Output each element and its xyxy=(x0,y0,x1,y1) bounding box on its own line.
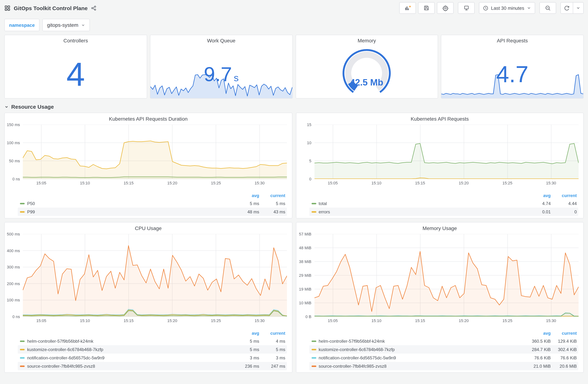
panel-title[interactable]: Controllers xyxy=(5,35,147,43)
series-avg: 5 ms xyxy=(233,347,259,352)
series-current: 129.4 KiB xyxy=(551,339,577,344)
refresh-button[interactable] xyxy=(561,2,573,13)
series-name: source-controller-7fb84fc985-zvsz8 xyxy=(27,363,95,369)
y-axis-tick: 150 ms xyxy=(7,123,23,127)
series-name: P99 xyxy=(27,209,35,214)
legend-series-toggle[interactable]: P99 xyxy=(20,209,233,214)
chart-area: 0 ns50 ms100 ms150 ms15:0515:1015:1515:2… xyxy=(23,125,287,187)
legend-series-toggle[interactable]: notification-controller-6d56575dc-5w9n9 xyxy=(20,355,233,360)
legend-series-toggle[interactable]: source-controller-7fb84fc985-zvsz8 xyxy=(311,363,525,369)
x-axis-tick: 15:20 xyxy=(164,181,180,185)
panel-title[interactable]: CPU Usage xyxy=(5,222,292,231)
legend-row: source-controller-7fb84fc985-zvsz821.0 M… xyxy=(309,362,578,370)
x-axis-tick: 15:15 xyxy=(121,181,137,185)
series-color-swatch xyxy=(20,349,25,350)
y-axis-tick: 0 xyxy=(309,177,314,181)
chart-area: 0 ns100 ms200 ms300 ms400 ms500 ms15:051… xyxy=(23,234,287,325)
y-axis-tick: 19 MiB xyxy=(299,287,315,291)
panel-memory-usage: Memory Usage 0 B10 MiB19 MiB29 MiB38 MiB… xyxy=(296,222,584,373)
panel-k8s-api-requests-duration: Kubernetes API Requests Duration 0 ns50 … xyxy=(4,113,292,218)
save-dashboard-button[interactable] xyxy=(418,2,435,14)
series-name: helm-controller-57f9b56bbf-k24mk xyxy=(27,339,93,344)
legend-series-toggle[interactable]: total xyxy=(311,201,525,206)
panel-title[interactable]: Memory Usage xyxy=(296,222,583,231)
legend-row: helm-controller-57f9b56bbf-k24mk360.5 Ki… xyxy=(309,337,578,345)
legend-series-toggle[interactable]: kustomize-controller-6c6784b468-7kzfp xyxy=(20,347,233,352)
legend-row: P9948 ms43 ms xyxy=(18,208,287,216)
legend-series-toggle[interactable]: errors xyxy=(311,209,525,214)
panel-title[interactable]: Kubernetes API Requests Duration xyxy=(5,113,292,122)
add-panel-button[interactable] xyxy=(399,2,416,14)
series-avg: 3 ms xyxy=(233,355,259,360)
dashboard-grid-icon[interactable] xyxy=(4,5,11,11)
cycle-view-button[interactable] xyxy=(458,2,475,14)
x-axis-tick: 15:30 xyxy=(543,181,559,185)
y-axis-tick: 10 xyxy=(307,141,315,145)
legend-series-toggle[interactable]: helm-controller-57f9b56bbf-k24mk xyxy=(311,339,525,344)
legend-column-current[interactable]: current xyxy=(551,193,577,198)
legend-series-toggle[interactable]: P50 xyxy=(20,201,233,206)
y-axis-tick: 200 ms xyxy=(7,281,23,286)
series-current: 302.4 KiB xyxy=(551,347,577,352)
x-axis-tick: 15:05 xyxy=(33,181,49,185)
dashboard-settings-button[interactable] xyxy=(437,2,454,14)
legend-series-toggle[interactable]: notification-controller-6d56575dc-5w9n9 xyxy=(311,355,525,360)
clock-icon xyxy=(483,5,488,11)
zoom-out-button[interactable] xyxy=(539,2,556,14)
work-queue-value: 9.7s xyxy=(150,64,292,85)
legend-column-current[interactable]: current xyxy=(259,331,285,336)
legend-series-toggle[interactable]: source-controller-7fb84fc985-zvsz8 xyxy=(20,363,233,369)
x-axis-tick: 15:20 xyxy=(456,319,472,323)
share-icon[interactable] xyxy=(91,5,96,11)
legend-column-current[interactable]: current xyxy=(259,193,285,198)
chevron-down-icon xyxy=(527,6,531,10)
series-current: 247 ms xyxy=(259,363,285,369)
x-axis-tick: 15:10 xyxy=(77,319,93,323)
x-axis-tick: 15:05 xyxy=(325,181,341,185)
stat-row: Controllers 4 Work Queue 9.7s Memory 42.… xyxy=(0,35,588,99)
legend-series-toggle[interactable]: helm-controller-57f9b56bbf-k24mk xyxy=(20,339,233,344)
legend-column-current[interactable]: current xyxy=(551,331,577,336)
chart-area: 05101515:0515:1015:1515:2015:2515:30 xyxy=(314,125,578,187)
series-color-swatch xyxy=(20,203,25,204)
legend-column-avg[interactable]: avg xyxy=(233,331,259,336)
x-axis-tick: 15:10 xyxy=(368,319,384,323)
plot-canvas[interactable] xyxy=(23,125,287,179)
x-axis-tick: 15:05 xyxy=(325,319,341,323)
x-axis-tick: 15:25 xyxy=(208,319,224,323)
legend-row: kustomize-controller-6c6784b468-7kzfp284… xyxy=(309,345,578,354)
legend-column-avg[interactable]: avg xyxy=(525,193,551,198)
plot-canvas[interactable] xyxy=(314,234,578,317)
time-range-picker[interactable]: Last 30 minutes xyxy=(479,2,535,14)
y-axis-tick: 5 xyxy=(309,159,314,163)
x-axis-tick: 15:20 xyxy=(164,319,180,323)
legend-row: notification-controller-6d56575dc-5w9n93… xyxy=(18,354,287,362)
refresh-interval-dropdown[interactable] xyxy=(573,2,583,13)
panel-title[interactable]: API Requests xyxy=(441,35,584,43)
series-color-swatch xyxy=(311,365,316,367)
variable-namespace-select[interactable]: gitops-system xyxy=(42,19,90,31)
y-axis-tick: 100 ms xyxy=(7,141,23,145)
legend-row: notification-controller-6d56575dc-5w9n97… xyxy=(309,354,578,362)
x-axis-tick: 15:30 xyxy=(252,181,268,185)
legend-row: source-controller-7fb84fc985-zvsz8236 ms… xyxy=(18,362,287,370)
panel-title[interactable]: Kubernetes API Requests xyxy=(296,113,583,122)
panel-title[interactable]: Work Queue xyxy=(150,35,292,43)
legend-column-avg[interactable]: avg xyxy=(525,331,551,336)
legend-row: kustomize-controller-6c6784b468-7kzfp5 m… xyxy=(18,345,287,354)
series-name: errors xyxy=(319,209,330,214)
chevron-down-icon xyxy=(576,6,580,10)
panel-title[interactable]: Memory xyxy=(296,35,438,43)
plot-canvas[interactable] xyxy=(23,234,287,317)
row-resource-usage[interactable]: Resource Usage xyxy=(0,99,588,113)
legend-column-avg[interactable]: avg xyxy=(233,193,259,198)
api-requests-value: 4.7 xyxy=(441,63,584,86)
series-current: 76.6 KiB xyxy=(551,355,577,360)
series-avg: 236 ms xyxy=(233,363,259,369)
panel-k8s-api-requests: Kubernetes API Requests 05101515:0515:10… xyxy=(296,113,584,218)
plot-canvas[interactable] xyxy=(314,125,578,179)
legend-series-toggle[interactable]: kustomize-controller-6c6784b468-7kzfp xyxy=(311,347,525,352)
series-color-swatch xyxy=(311,340,316,342)
series-color-swatch xyxy=(311,203,316,204)
x-axis-tick: 15:30 xyxy=(252,319,268,323)
